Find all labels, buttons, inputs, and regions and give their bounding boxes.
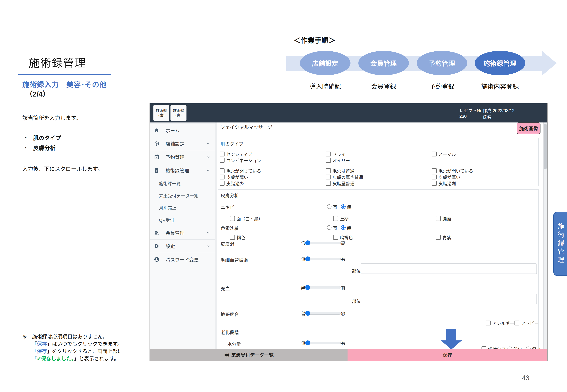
saved-message-keyword: ✔保存しました。 <box>37 356 74 362</box>
app-window: 施術録 (表) 施術録 (裏) レセプトNo 230 作成:2022/08/12… <box>149 103 548 361</box>
checkbox-oily[interactable]: オイリー <box>326 157 350 163</box>
capillary-label: 毛細血管拡張 <box>221 256 248 263</box>
checkbox-skin-thin[interactable]: 皮膚が薄い <box>220 174 248 180</box>
checkbox-icon <box>326 152 331 156</box>
skin-temp-slider: 低 高 <box>301 240 345 246</box>
checkbox-normal[interactable]: ノーマル <box>432 151 456 157</box>
sensitivity-label: 敏感度合 <box>221 311 239 317</box>
sensitivity-slider: 普 敏 <box>301 310 345 316</box>
pigmentation-label: 色素沈着 <box>221 225 239 231</box>
checkbox-icon <box>432 152 437 156</box>
slider-thumb[interactable] <box>305 311 310 316</box>
radio-unselected-icon[interactable] <box>327 225 331 230</box>
checkbox-dry[interactable]: ドライ <box>326 151 346 157</box>
checkbox-skin-thickness-normal[interactable]: 皮膚の厚さ普通 <box>326 174 363 180</box>
capillary-slider: 無 有 <box>301 256 345 262</box>
slider-track[interactable] <box>306 312 341 315</box>
title-divider <box>217 132 543 132</box>
checkbox-pustule[interactable]: 膿疱 <box>436 215 451 222</box>
back-to-visit-data-button[interactable]: ◀◀ 来患受付データ一覧 <box>150 349 347 361</box>
sidebar-item-password-change[interactable]: パスワード変更 <box>150 253 215 266</box>
flow-sub-label: 会員登録 <box>354 82 413 91</box>
sidebar-subitem-visit-data-list[interactable]: 来患受付データ一覧 <box>150 189 215 202</box>
flow-step-reservation-management: 予約管理 <box>417 51 467 75</box>
checkbox-sebum-low[interactable]: 皮脂過少 <box>220 180 244 186</box>
checkbox-blue-purple[interactable]: 青紫 <box>436 234 451 240</box>
sidebar-item-member-management[interactable]: 会員管理 <box>150 226 215 239</box>
part-label: 部位 <box>352 298 361 304</box>
checkbox-icon <box>326 158 331 163</box>
receipt-no-label: レセプトNo <box>459 107 482 113</box>
checkbox-atopy[interactable]: アトピー <box>514 320 538 326</box>
part-label: 部位 <box>352 268 361 274</box>
skin-type-panel: 肌のタイプ センシティブ ドライ ノーマル コンビネーション オイリー 毛穴が閉… <box>218 138 538 186</box>
sidebar-item-settings[interactable]: 設定 <box>150 239 215 253</box>
slider-track[interactable] <box>306 258 341 260</box>
pigmentation-radio-group: 有 無 <box>327 224 354 231</box>
treatment-image-button[interactable]: 施術画像 <box>517 123 540 134</box>
checkbox-brown[interactable]: 褐色 <box>230 234 245 240</box>
slider-track[interactable] <box>306 342 341 344</box>
footnote-line2: 「保存」はいつでもクリックできます。 <box>23 340 123 348</box>
checkbox-sebum-excess[interactable]: 皮脂過剰 <box>432 180 456 186</box>
slider-thumb[interactable] <box>305 240 310 245</box>
sidebar-item-record-management[interactable]: 施術録管理 <box>150 164 215 177</box>
congestion-part-input[interactable] <box>361 294 537 304</box>
flow-sub-label: 導入時確認 <box>296 82 355 91</box>
checkbox-allergy[interactable]: アレルギー <box>486 320 514 326</box>
checkbox-icon <box>486 321 491 325</box>
created-date: 作成:2022/08/12 <box>483 107 514 113</box>
sidebar-item-reservation[interactable]: 予約管理 <box>150 150 215 164</box>
checkbox-pores-closed[interactable]: 毛穴が閉じている <box>220 168 261 174</box>
save-button[interactable]: 保存 <box>347 349 547 361</box>
instruction-text-1: 該当箇所を入力します。 <box>22 113 81 121</box>
checkbox-sensitive[interactable]: センシティブ <box>220 151 252 157</box>
radio-selected-icon[interactable] <box>341 225 346 230</box>
checkbox-icon <box>326 175 331 180</box>
checkbox-pores-open[interactable]: 毛穴が開いている <box>432 168 473 174</box>
checkbox-icon <box>220 152 224 156</box>
sidebar-subitem-qr-reception[interactable]: QR受付 <box>150 214 215 226</box>
sidebar-subitem-record-list[interactable]: 施術録一覧 <box>150 177 215 189</box>
checkbox-dark-brown[interactable]: 暗褐色 <box>333 234 353 240</box>
treatment-title: フェイシャルマッサージ <box>221 124 272 130</box>
section-subtitle: 施術録入力 美容･その他 <box>22 79 107 89</box>
slider-track[interactable] <box>306 286 341 289</box>
checkbox-combination[interactable]: コンビネーション <box>220 157 261 163</box>
bullet-label: 皮膚分析 <box>33 143 56 152</box>
congestion-label: 充血 <box>221 285 230 292</box>
radio-selected-icon[interactable] <box>341 204 346 209</box>
checkbox-icon <box>220 175 224 180</box>
receipt-no-value: 230 <box>459 114 467 119</box>
slider-track[interactable] <box>306 242 341 244</box>
checkbox-icon <box>326 168 331 173</box>
footnote-line3: 「保存」をクリックすると、画面上部に <box>23 348 123 355</box>
bullet-mark: ・ <box>23 143 29 152</box>
moisture-slider: 無 有 <box>301 340 345 346</box>
checkbox-pores-normal[interactable]: 毛穴は普通 <box>326 168 354 174</box>
checkbox-icon <box>436 216 441 221</box>
app-footer-bar: ◀◀ 来患受付データ一覧 保存 <box>150 349 547 361</box>
sidebar-item-home[interactable]: ホーム <box>150 124 215 137</box>
slider-thumb[interactable] <box>305 285 310 290</box>
capillary-part-input[interactable] <box>361 264 537 274</box>
checkbox-icon <box>333 216 338 221</box>
flow-step-shop-settings: 店舗設定 <box>300 51 350 75</box>
checkbox-skin-thick[interactable]: 皮膚が厚い <box>432 174 460 180</box>
acne-label: ニキビ <box>221 204 234 210</box>
sidebar-subitem-monthly-sales[interactable]: 月別売上 <box>150 202 215 214</box>
slider-thumb[interactable] <box>305 256 310 261</box>
chapter-side-tab: 施術録管理 <box>553 212 567 276</box>
checkbox-icon <box>333 235 338 240</box>
sidebar-item-shop-settings[interactable]: 店舗設定 <box>150 137 215 150</box>
person-circle-icon <box>154 257 159 262</box>
checkbox-papule[interactable]: 丘疹 <box>333 215 349 222</box>
slider-thumb[interactable] <box>305 340 310 345</box>
record-front-tab[interactable]: 施術録 (表) <box>153 105 169 121</box>
record-back-tab[interactable]: 施術録 (裏) <box>170 105 186 121</box>
guide-arrow-shaft <box>446 329 456 340</box>
checkbox-comedo[interactable]: 面（白・黒） <box>230 215 263 222</box>
checkbox-sebum-normal[interactable]: 皮脂量普通 <box>326 180 354 186</box>
scrollbar-thumb[interactable] <box>544 124 547 169</box>
radio-unselected-icon[interactable] <box>327 204 331 209</box>
